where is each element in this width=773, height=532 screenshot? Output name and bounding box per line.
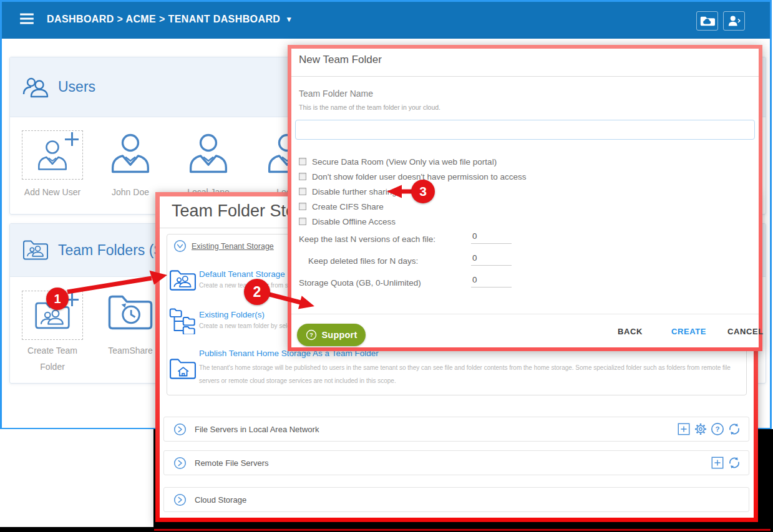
user-card-local-jane[interactable] [185,132,231,175]
storage-quota-field-label: Storage Quota (GB, 0-Unlimited) [299,278,421,288]
accordion-label: Cloud Storage [195,495,246,505]
red-annotation-underline [154,529,771,531]
refresh-icon[interactable] [727,422,741,436]
user-card-john-doe[interactable] [107,132,153,175]
user-arrow-icon [727,14,741,27]
checkbox-label: Secure Data Room (View Only via web file… [312,157,497,167]
step-3-badge: 3 [411,180,435,203]
folder-cloud-icon [700,15,715,27]
storage-quota-field-input[interactable]: 0 [471,275,512,288]
checkbox-label: Disable Offline Access [312,217,396,226]
question-circle-icon [306,329,317,341]
checkbox-row-create-cifs-share[interactable]: Create CIFS Share [299,201,384,212]
add-icon[interactable] [677,422,691,436]
top-nav-bar: DASHBOARD > ACME > TENANT DASHBOARD▼ [2,2,770,39]
breadcrumb-text: DASHBOARD > ACME > TENANT DASHBOARD [47,14,280,24]
users-panel-title: Users [58,79,95,95]
checkbox-label: Disable further sharing [312,187,397,196]
checkbox-row-dont-show-folder[interactable]: Don't show folder user doesn't have perm… [299,171,527,182]
versions-field-label: Keep the last N versions of each file: [299,235,435,244]
divider [291,314,759,314]
support-button-label: Support [322,330,357,340]
folder-people-icon[interactable] [169,268,197,293]
menu-icon[interactable] [19,12,35,27]
add-new-user-card[interactable] [22,130,83,180]
caret-down-icon: ▼ [285,15,293,24]
users-group-icon [22,77,49,98]
checkbox[interactable] [299,173,306,180]
file-manager-button[interactable] [696,11,718,31]
existing-tenant-storage-link: Existing Tenant Storage [192,242,274,251]
accordion-label: File Servers in Local Area Network [195,425,319,434]
team-folder-name-label: Team Folder Name [299,89,373,99]
accordion-file-servers-lan[interactable]: File Servers in Local Area Network [163,417,749,442]
create-button[interactable]: CREATE [671,327,706,336]
deleted-days-field-label: Keep deleted files for N days: [308,256,418,266]
chevron-down-circle-icon [173,239,187,253]
screenshot-stage: DASHBOARD > ACME > TENANT DASHBOARD▼ Use… [0,0,773,532]
checkbox-row-secure-data-room[interactable]: Secure Data Room (View Only via web file… [299,156,497,167]
add-icon[interactable] [711,456,724,470]
accordion-tools [711,451,741,475]
versions-field-input[interactable]: 0 [471,231,512,244]
accordion-tools [677,417,741,441]
refresh-icon[interactable] [727,456,741,470]
checkbox[interactable] [299,203,306,210]
deleted-days-field-input[interactable]: 0 [471,253,512,266]
plus-icon [65,132,79,146]
existing-tenant-storage-toggle[interactable]: Existing Tenant Storage [173,239,274,253]
support-button[interactable]: Support [297,324,366,346]
accordion-cloud-storage[interactable]: Cloud Storage [163,487,749,512]
teamshare-card[interactable] [107,293,153,332]
divider [291,76,759,77]
folder-tree-icon[interactable] [169,308,197,334]
publish-home-storage-desc: The tenant's home storage will be publis… [199,361,748,387]
team-folder-name-input[interactable] [295,120,755,140]
new-team-folder-title: New Team Folder [299,54,382,66]
step-1-badge: 1 [46,288,69,310]
chevron-right-circle-icon [173,457,187,470]
help-icon[interactable] [711,422,724,436]
create-team-folder-label: Create Team Folder [15,342,90,375]
folder-people-icon [22,239,49,261]
existing-folders-option[interactable]: Existing Folder(s) [199,310,265,319]
chevron-right-circle-icon [173,423,187,436]
checkbox-row-disable-offline-access[interactable]: Disable Offline Access [299,216,396,227]
team-folder-name-help: This is the name of the team folder in y… [299,104,440,111]
breadcrumb[interactable]: DASHBOARD > ACME > TENANT DASHBOARD▼ [47,14,293,25]
default-tenant-storage-option[interactable]: Default Tenant Storage [199,269,285,279]
back-button[interactable]: BACK [618,327,643,336]
checkbox[interactable] [299,218,306,225]
account-button[interactable] [723,11,745,31]
gear-icon[interactable] [694,422,707,436]
add-new-user-label: Add New User [15,184,90,200]
step-2-badge: 2 [244,279,270,305]
checkbox-label: Create CIFS Share [312,202,384,211]
checkbox[interactable] [299,188,306,195]
checkbox-row-disable-further-sharing[interactable]: Disable further sharing [299,186,397,197]
checkbox[interactable] [299,158,306,165]
folder-home-icon[interactable] [169,357,197,381]
cancel-button[interactable]: CANCEL [727,327,764,336]
accordion-remote-file-servers[interactable]: Remote File Servers [163,450,749,475]
chevron-right-circle-icon [173,493,187,506]
new-team-folder-dialog: New Team Folder Team Folder Name This is… [288,45,762,351]
page-background-strip [0,429,153,527]
accordion-label: Remote File Servers [195,458,268,468]
